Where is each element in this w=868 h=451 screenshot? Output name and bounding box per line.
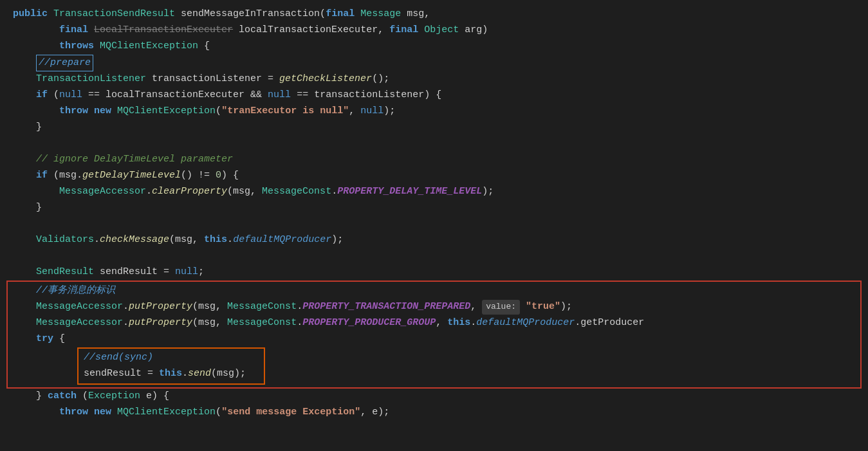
code-line-10: // ignore DelayTimeLevel parameter xyxy=(0,152,868,168)
code-line-23: sendResult = this . send (msg); xyxy=(84,366,259,382)
code-line-9 xyxy=(0,136,868,152)
code-line-19: MessageAccessor . putProperty (msg, Mess… xyxy=(13,299,855,315)
code-editor: public TransactionSendResult sendMessage… xyxy=(0,0,868,451)
code-line-13: } xyxy=(0,200,868,216)
type-transaction-send-result: TransactionSendResult xyxy=(53,6,175,22)
code-line-22: //send(sync) xyxy=(84,350,259,366)
strikethrough-type: LocalTransactionExecuter xyxy=(94,23,233,38)
code-line-3: throws MQClientException { xyxy=(0,39,868,55)
code-line-20: MessageAccessor . putProperty (msg, Mess… xyxy=(13,315,855,331)
keyword-public: public xyxy=(13,6,48,22)
orange-bordered-section: //send(sync) sendResult = this . send (m… xyxy=(77,347,265,385)
code-line-5: TransactionListener transactionListener … xyxy=(0,71,868,87)
code-line-11: if (msg. getDelayTimeLevel () != 0 ) { xyxy=(0,168,868,184)
code-line-12: MessageAccessor . clearProperty (msg, Me… xyxy=(0,184,868,200)
code-line-18: //事务消息的标识 xyxy=(13,283,855,299)
code-line-16 xyxy=(0,248,868,264)
code-line-15: Validators . checkMessage (msg, this . d… xyxy=(0,232,868,248)
code-line-24: } catch ( Exception e) { xyxy=(0,389,868,405)
red-bordered-section: //事务消息的标识 MessageAccessor . putProperty … xyxy=(6,281,862,389)
code-line-21: try { xyxy=(13,331,855,347)
code-line-7: throw new MQClientException ( "tranExecu… xyxy=(0,104,868,120)
code-line-6: if ( null == localTransactionExecuter &&… xyxy=(0,87,868,104)
comment-prepare: //prepare xyxy=(36,55,93,71)
code-line-17: SendResult sendResult = null ; xyxy=(0,264,868,281)
code-line-2: final LocalTransactionExecuter localTran… xyxy=(0,23,868,39)
code-line-1: public TransactionSendResult sendMessage… xyxy=(0,6,868,23)
code-line-25: throw new MQClientException ( "send mess… xyxy=(0,405,868,421)
comment-send-sync: //send(sync) xyxy=(84,350,153,365)
code-line-4: //prepare xyxy=(0,55,868,71)
value-hint: value: xyxy=(482,300,520,315)
method-name: sendMessageInTransaction( xyxy=(181,6,326,22)
comment-chinese: //事务消息的标识 xyxy=(36,283,115,299)
code-line-8: } xyxy=(0,120,868,136)
code-line-14 xyxy=(0,216,868,232)
